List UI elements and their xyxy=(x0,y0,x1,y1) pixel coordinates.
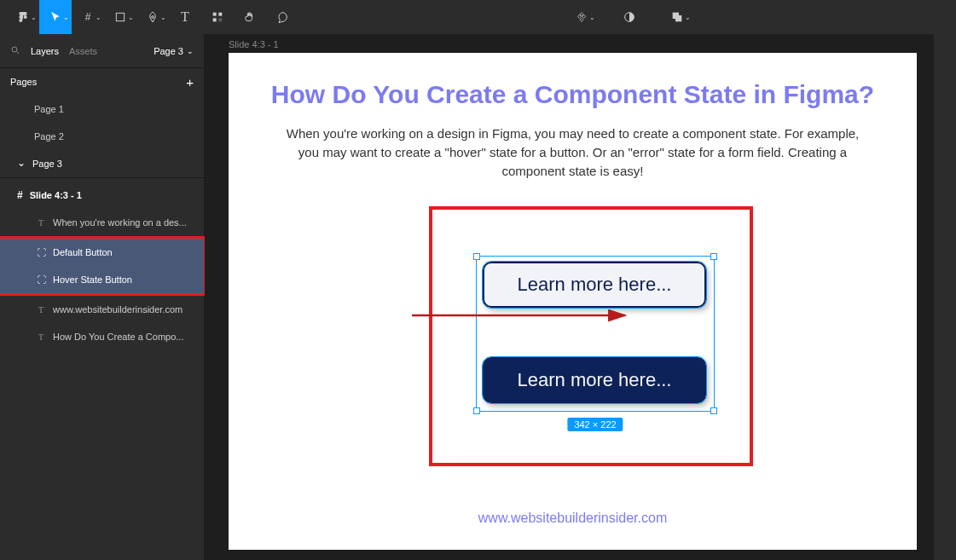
design-frame[interactable]: How Do You Create a Component State in F… xyxy=(229,53,917,550)
svg-rect-4 xyxy=(218,18,222,21)
page-selector[interactable]: Page 3 ⌄ xyxy=(154,46,194,56)
search-icon[interactable] xyxy=(10,45,20,57)
svg-rect-7 xyxy=(675,15,681,21)
resources-button[interactable] xyxy=(201,0,234,34)
layer-text[interactable]: T How Do You Create a Compo... xyxy=(0,323,204,350)
layers-tree: # Slide 4:3 - 1 T When you're working on… xyxy=(0,177,204,350)
pen-tool-button[interactable]: ⌄ xyxy=(136,0,169,34)
chevron-down-icon: ⌄ xyxy=(160,14,166,21)
page-item-current[interactable]: Page 3 xyxy=(0,150,204,177)
frame-icon: # xyxy=(17,189,23,201)
rectangle-icon xyxy=(113,10,127,24)
svg-rect-3 xyxy=(213,18,217,21)
frame-layer-label: Slide 4:3 - 1 xyxy=(30,190,82,200)
selection-handle[interactable] xyxy=(473,253,480,260)
source-url: www.websitebuilderinsider.com xyxy=(229,511,917,526)
frame-dashed-icon: ⛶ xyxy=(36,274,46,285)
chevron-down-icon: ⌄ xyxy=(96,14,101,21)
sidebar-tabs: Layers Assets Page 3 ⌄ xyxy=(0,34,204,68)
figma-menu-button[interactable]: ⌄ xyxy=(7,0,39,34)
svg-point-8 xyxy=(12,47,17,52)
svg-rect-1 xyxy=(213,13,217,16)
right-panel-edge xyxy=(934,34,956,560)
layer-label: When you're working on a des... xyxy=(53,217,187,228)
components-button[interactable]: ⌄ xyxy=(565,0,598,34)
svg-line-9 xyxy=(17,51,20,54)
chevron-down-icon: ⌄ xyxy=(63,14,69,21)
union-icon xyxy=(670,10,684,24)
slide-title: How Do You Create a Component State in F… xyxy=(229,80,917,109)
layer-label: Default Button xyxy=(53,247,113,257)
frame-layer[interactable]: # Slide 4:3 - 1 xyxy=(0,182,204,209)
layer-label: How Do You Create a Compo... xyxy=(53,332,183,342)
tab-assets[interactable]: Assets xyxy=(69,46,97,56)
text-icon: T xyxy=(36,217,46,228)
layer-frame-selected[interactable]: ⛶ Default Button xyxy=(0,239,204,266)
layer-text[interactable]: T www.websitebuilderinsider.com xyxy=(0,296,204,323)
diamond-grid-icon xyxy=(575,10,588,24)
frame-tool-button[interactable]: # ⌄ xyxy=(72,0,104,34)
chevron-down-icon: ⌄ xyxy=(187,47,194,55)
comment-icon xyxy=(275,10,289,24)
text-icon: T xyxy=(36,332,46,342)
toolbar: ⌄ ⌄ # ⌄ ⌄ ⌄ T ⌄ ⌄ xyxy=(0,0,956,34)
layer-frame-selected[interactable]: ⛶ Hover State Button xyxy=(0,266,204,293)
svg-rect-0 xyxy=(116,13,124,20)
layer-label: Hover State Button xyxy=(53,274,132,285)
hand-tool-button[interactable] xyxy=(234,0,266,34)
boolean-button[interactable]: ⌄ xyxy=(661,0,693,34)
chevron-down-icon: ⌄ xyxy=(589,14,595,21)
canvas-viewport[interactable]: Slide 4:3 - 1 How Do You Create a Compon… xyxy=(205,34,956,560)
selection-handle[interactable] xyxy=(710,253,717,260)
chevron-down-icon: ⌄ xyxy=(128,14,134,21)
page-item[interactable]: Page 1 xyxy=(0,95,204,123)
pages-header-label: Pages xyxy=(10,77,37,87)
left-sidebar: Layers Assets Page 3 ⌄ Pages + Page 1 Pa… xyxy=(0,34,205,560)
add-page-button[interactable]: + xyxy=(186,75,194,89)
shape-tool-button[interactable]: ⌄ xyxy=(104,0,136,34)
chevron-down-icon: ⌄ xyxy=(685,14,691,21)
half-circle-icon xyxy=(623,10,636,24)
pages-header: Pages + xyxy=(0,68,204,95)
canvas-frame-label[interactable]: Slide 4:3 - 1 xyxy=(229,39,279,49)
svg-rect-2 xyxy=(218,13,222,16)
mask-button[interactable] xyxy=(613,0,646,34)
text-icon: T xyxy=(181,9,189,25)
selection-bounds: 342 × 222 xyxy=(476,256,715,412)
frame-icon: # xyxy=(85,11,91,23)
hand-icon xyxy=(243,10,257,24)
figma-logo-icon xyxy=(16,10,30,24)
comment-tool-button[interactable] xyxy=(266,0,298,34)
layer-label: www.websitebuilderinsider.com xyxy=(53,304,183,315)
slide-body-text: When you're working on a design in Figma… xyxy=(280,124,866,180)
text-tool-button[interactable]: T xyxy=(169,0,201,34)
page-item[interactable]: Page 2 xyxy=(0,123,204,150)
cursor-icon xyxy=(49,10,62,24)
selection-size-badge: 342 × 222 xyxy=(567,418,623,431)
annotation-highlight-box: ⛶ Default Button ⛶ Hover State Button xyxy=(0,236,206,296)
page-selector-label: Page 3 xyxy=(154,46,183,56)
tab-layers[interactable]: Layers xyxy=(31,46,59,56)
pen-icon xyxy=(146,10,159,24)
text-icon: T xyxy=(36,304,46,315)
selection-handle[interactable] xyxy=(473,407,480,414)
layer-text[interactable]: T When you're working on a des... xyxy=(0,209,204,236)
selection-handle[interactable] xyxy=(710,407,717,414)
chevron-down-icon: ⌄ xyxy=(31,14,37,21)
resources-icon xyxy=(211,10,224,24)
frame-dashed-icon: ⛶ xyxy=(36,247,46,257)
move-tool-button[interactable]: ⌄ xyxy=(39,0,72,34)
